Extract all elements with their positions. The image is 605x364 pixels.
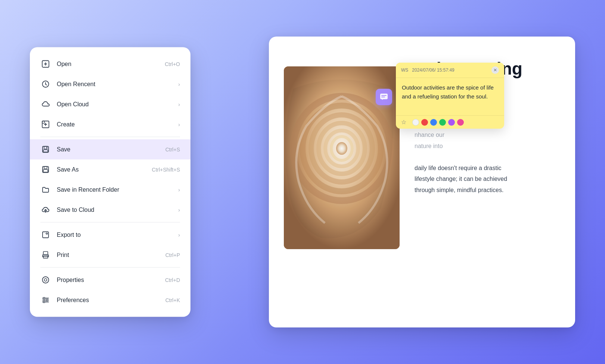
document-panel: RejuvenatingActivities world, with nhanc… — [269, 37, 575, 327]
sticky-body: Outdoor activities are the spice of life… — [396, 78, 504, 115]
chat-bubble-icon — [376, 89, 392, 105]
export-icon — [40, 230, 51, 240]
image-container — [284, 66, 400, 249]
cloud-download-icon — [40, 99, 51, 110]
star-icon[interactable]: ☆ — [401, 119, 406, 126]
menu-label-export: Export to — [57, 232, 178, 238]
menu-shortcut-open: Ctrl+O — [165, 61, 180, 67]
main-scene: Open Ctrl+O Open Rencent › Open Clou — [0, 0, 605, 364]
svg-point-22 — [47, 255, 48, 256]
create-icon — [40, 119, 51, 130]
clock-icon — [40, 79, 51, 90]
svg-point-24 — [44, 279, 47, 281]
cloud-upload-icon — [40, 205, 51, 215]
svg-point-29 — [46, 299, 48, 301]
menu-label-preferences: Preferences — [57, 297, 165, 304]
menu-item-save-as[interactable]: Save As Ctrl+Shift+S — [30, 160, 190, 180]
sticky-footer: ☆ — [396, 115, 504, 129]
menu-label-save-recent: Save in Rencent Folder — [57, 186, 178, 193]
menu-item-open-cloud[interactable]: Open Cloud › — [30, 94, 190, 114]
menu-item-open[interactable]: Open Ctrl+O — [30, 54, 190, 74]
menu-label-properties: Properties — [57, 277, 165, 283]
menu-item-save[interactable]: Save Ctrl+S — [30, 139, 190, 160]
color-dot-white[interactable] — [412, 119, 419, 126]
color-dot-red[interactable] — [421, 119, 428, 126]
menu-item-open-recent[interactable]: Open Rencent › — [30, 74, 190, 94]
svg-rect-40 — [380, 94, 388, 99]
print-icon — [40, 250, 51, 260]
menu-item-properties[interactable]: Properties Ctrl+D — [30, 270, 190, 290]
menu-label-save-as: Save As — [57, 166, 152, 173]
context-menu: Open Ctrl+O Open Rencent › Open Clou — [30, 47, 190, 317]
menu-label-create: Create — [57, 121, 178, 128]
save-icon — [40, 144, 51, 155]
svg-rect-18 — [43, 232, 49, 238]
menu-item-create[interactable]: Create › — [30, 114, 190, 135]
sticky-note: WS 2024/07/06/ 15:57:49 ✕ Outdoor activi… — [396, 63, 504, 129]
menu-label-save: Save — [57, 146, 165, 153]
properties-icon — [40, 275, 51, 285]
doc-content: RejuvenatingActivities world, with nhanc… — [269, 37, 575, 327]
svg-rect-20 — [43, 252, 48, 255]
color-dot-purple[interactable] — [448, 119, 455, 126]
svg-rect-12 — [43, 150, 48, 152]
save-as-icon — [40, 164, 51, 175]
svg-line-5 — [46, 84, 47, 85]
menu-shortcut-properties: Ctrl+D — [165, 277, 180, 283]
sticky-close-button[interactable]: ✕ — [491, 66, 499, 74]
chevron-right-icon-2: › — [178, 101, 180, 107]
menu-shortcut-print: Ctrl+P — [165, 252, 180, 258]
menu-shortcut-save-as: Ctrl+Shift+S — [152, 167, 180, 173]
svg-point-30 — [43, 301, 45, 302]
chevron-right-icon-6: › — [178, 232, 180, 238]
chevron-right-icon: › — [178, 81, 180, 87]
menu-label-open: Open — [57, 61, 165, 68]
menu-item-preferences[interactable]: Preferences Ctrl+K — [30, 290, 190, 310]
menu-item-export[interactable]: Export to › — [30, 225, 190, 245]
open-icon — [40, 59, 51, 69]
sticky-user: WS — [401, 68, 411, 73]
chevron-right-icon-4: › — [178, 187, 180, 193]
menu-label-save-cloud: Save to Cloud — [57, 207, 178, 213]
color-picker — [412, 119, 464, 126]
menu-label-print: Print — [57, 252, 165, 258]
svg-point-23 — [43, 277, 49, 283]
chevron-right-icon-3: › — [178, 122, 180, 128]
color-dot-green[interactable] — [439, 119, 446, 126]
menu-shortcut-save: Ctrl+S — [165, 147, 180, 153]
menu-item-save-cloud[interactable]: Save to Cloud › — [30, 200, 190, 220]
svg-rect-16 — [43, 170, 48, 172]
chevron-right-icon-5: › — [178, 207, 180, 213]
sticky-header: WS 2024/07/06/ 15:57:49 ✕ — [396, 63, 504, 78]
menu-shortcut-preferences: Ctrl+K — [165, 297, 180, 303]
menu-item-save-recent[interactable]: Save in Rencent Folder › — [30, 180, 190, 200]
menu-label-open-recent: Open Rencent — [57, 81, 178, 88]
folder-icon — [40, 185, 51, 195]
sticky-meta: WS 2024/07/06/ 15:57:49 — [401, 68, 454, 73]
divider-1 — [40, 137, 180, 137]
color-dot-blue[interactable] — [430, 119, 437, 126]
menu-item-print[interactable]: Print Ctrl+P — [30, 245, 190, 265]
divider-3 — [40, 267, 180, 268]
color-dot-pink[interactable] — [457, 119, 464, 126]
sticky-timestamp: 2024/07/06/ 15:57:49 — [412, 68, 454, 73]
divider-2 — [40, 222, 180, 223]
menu-label-open-cloud: Open Cloud — [57, 101, 178, 108]
preferences-icon — [40, 295, 51, 305]
svg-point-28 — [43, 297, 45, 299]
